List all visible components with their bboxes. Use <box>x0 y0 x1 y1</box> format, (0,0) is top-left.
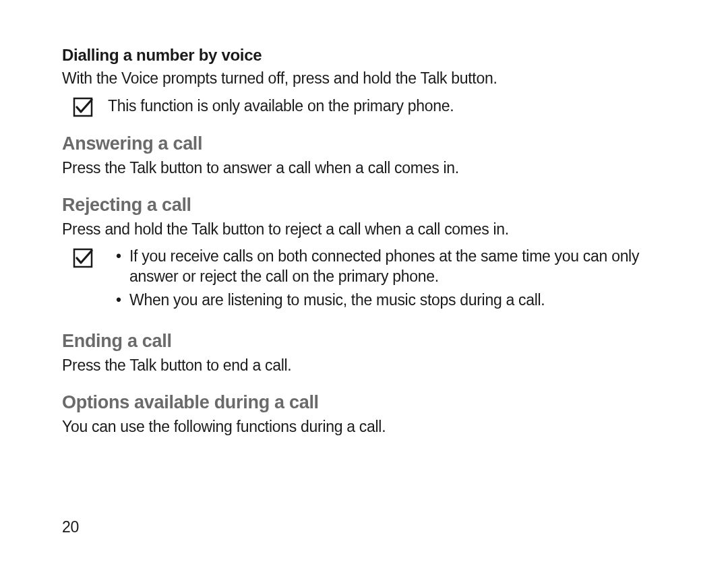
options-heading: Options available during a call <box>62 392 666 413</box>
dialling-note-block: This function is only available on the p… <box>62 96 666 117</box>
rejecting-note-block: If you receive calls on both connected p… <box>62 247 666 315</box>
rejecting-heading: Rejecting a call <box>62 195 666 216</box>
list-item: If you receive calls on both connected p… <box>120 247 666 287</box>
rejecting-text: Press and hold the Talk button to reject… <box>62 220 666 240</box>
options-text: You can use the following functions duri… <box>62 417 666 437</box>
dialling-note-text: This function is only available on the p… <box>108 96 454 117</box>
list-item: When you are listening to music, the mus… <box>120 290 666 311</box>
checkmark-icon <box>73 248 93 268</box>
manual-page: Dialling a number by voice With the Voic… <box>0 0 728 566</box>
ending-text: Press the Talk button to end a call. <box>62 356 666 376</box>
checkmark-icon <box>73 97 93 117</box>
dialling-heading: Dialling a number by voice <box>62 46 666 65</box>
dialling-text: With the Voice prompts turned off, press… <box>62 69 666 89</box>
answering-text: Press the Talk button to answer a call w… <box>62 158 666 179</box>
rejecting-note-list: If you receive calls on both connected p… <box>108 247 666 315</box>
page-number: 20 <box>62 518 79 536</box>
ending-heading: Ending a call <box>62 331 666 352</box>
answering-heading: Answering a call <box>62 133 666 154</box>
